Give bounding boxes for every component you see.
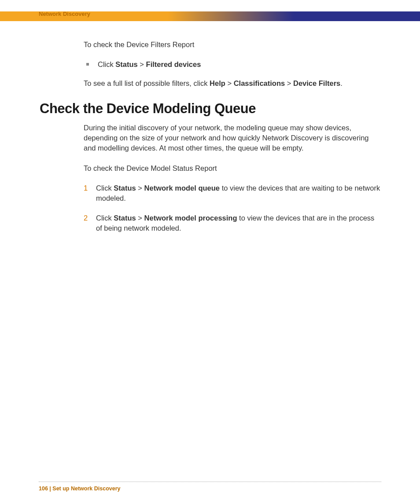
numbered-step: 1 Click Status > Network model queue to …: [84, 183, 380, 203]
section2-heading: Check the Device Modeling Queue: [40, 101, 380, 117]
bullet-item: Click Status > Filtered devices: [86, 59, 380, 70]
step-text: Click Status > Network model processing …: [96, 213, 380, 233]
step-number: 2: [84, 213, 96, 223]
bullet-text: Click Status > Filtered devices: [98, 59, 201, 70]
bold-text: Network model processing: [144, 214, 237, 222]
text: >: [225, 79, 234, 87]
section1-intro: To check the Device Filters Report: [84, 40, 380, 50]
step-text: Click Status > Network model queue to vi…: [96, 183, 380, 203]
header-bar: Network Discovery: [0, 11, 420, 21]
text: >: [138, 60, 146, 68]
bold-text: Device Filters: [293, 79, 340, 87]
bold-text: Filtered devices: [146, 60, 201, 68]
text: .: [340, 79, 343, 87]
section2-para2: To check the Device Model Status Report: [84, 163, 380, 173]
bold-text: Status: [114, 214, 136, 222]
numbered-step: 2 Click Status > Network model processin…: [84, 213, 380, 233]
footer-divider: [39, 482, 381, 482]
text: To see a full list of possible filters, …: [84, 79, 210, 87]
bold-text: Help: [210, 79, 225, 87]
header-title: Network Discovery: [39, 11, 90, 17]
section1-para2: To see a full list of possible filters, …: [84, 78, 380, 88]
page-footer: 106 | Set up Network Discovery: [39, 486, 121, 492]
bold-text: Classifications: [234, 79, 285, 87]
bold-text: Network model queue: [144, 184, 220, 192]
text: Click: [96, 214, 114, 222]
text: >: [136, 214, 144, 222]
text: Click: [98, 60, 115, 68]
text: >: [136, 184, 144, 192]
section2-para1: During the initial discovery of your net…: [84, 123, 380, 153]
bold-text: Status: [115, 60, 137, 68]
bold-text: Status: [114, 184, 136, 192]
square-bullet-icon: [86, 63, 89, 66]
text: >: [285, 79, 293, 87]
step-number: 1: [84, 183, 96, 193]
page-content: To check the Device Filters Report Click…: [84, 40, 380, 243]
text: Click: [96, 184, 114, 192]
